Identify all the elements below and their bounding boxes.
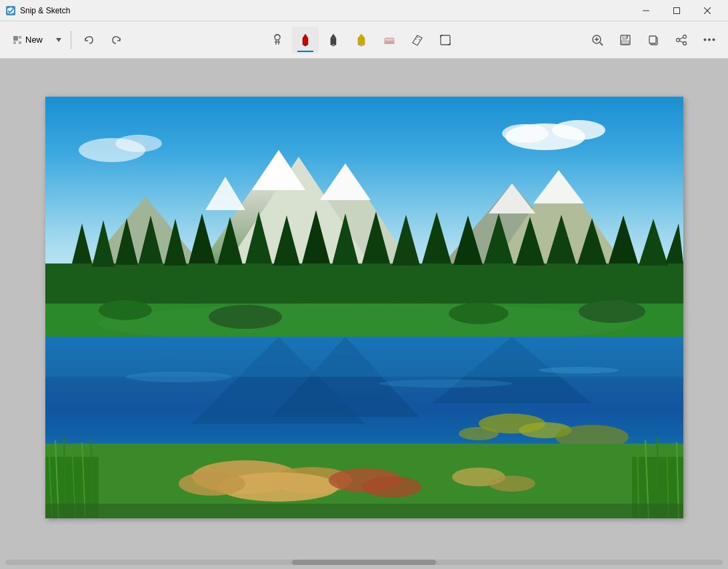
svg-rect-18: [359, 38, 364, 39]
svg-point-50: [552, 120, 605, 140]
svg-rect-7: [13, 41, 16, 44]
window-controls: [631, 0, 723, 21]
toolbar-right: [584, 27, 723, 53]
svg-rect-35: [623, 35, 627, 39]
zoom-icon: [591, 34, 603, 46]
svg-rect-20: [385, 41, 394, 43]
scrollbar-thumb[interactable]: [292, 560, 435, 565]
svg-rect-5: [13, 36, 18, 41]
zoom-button[interactable]: [584, 27, 611, 53]
svg-rect-1: [643, 10, 649, 11]
svg-point-110: [179, 472, 245, 496]
svg-rect-25: [441, 35, 450, 45]
svg-point-93: [579, 300, 645, 323]
copy-button[interactable]: [640, 27, 667, 53]
svg-point-101: [539, 367, 619, 374]
ballpoint-pen-button[interactable]: [292, 27, 319, 53]
svg-rect-2: [674, 7, 680, 13]
svg-rect-128: [45, 504, 683, 518]
drawing-tools: [139, 27, 583, 53]
svg-line-31: [600, 43, 603, 45]
svg-point-114: [489, 476, 535, 492]
svg-point-53: [115, 135, 162, 152]
app-icon: [5, 5, 16, 16]
close-button[interactable]: [692, 0, 723, 21]
app-title: Snip & Sketch: [20, 6, 631, 15]
pen-icon: [299, 33, 312, 47]
svg-point-46: [708, 39, 711, 41]
svg-rect-12: [303, 37, 307, 39]
svg-point-100: [379, 380, 512, 388]
svg-point-91: [209, 305, 282, 329]
scrollbar-container: [0, 556, 728, 569]
pencil-icon: [327, 33, 340, 47]
touch-writing-icon: [271, 33, 284, 47]
scrollbar-track[interactable]: [5, 560, 723, 565]
svg-line-44: [679, 41, 683, 43]
svg-rect-6: [19, 36, 21, 39]
toolbar: New: [0, 21, 728, 59]
svg-rect-36: [621, 41, 629, 44]
svg-point-45: [704, 39, 707, 41]
new-icon: [12, 35, 23, 45]
highlighter-button[interactable]: [348, 27, 375, 53]
crop-button[interactable]: [432, 27, 459, 53]
svg-point-41: [683, 41, 687, 45]
svg-rect-39: [649, 36, 656, 43]
share-button[interactable]: [668, 27, 695, 53]
ruler-icon: [411, 33, 424, 47]
highlighter-icon: [355, 33, 368, 47]
chevron-down-icon: [56, 38, 61, 42]
svg-point-92: [449, 303, 509, 324]
svg-point-90: [99, 300, 152, 320]
save-button[interactable]: [612, 27, 639, 53]
svg-line-24: [419, 39, 420, 40]
svg-line-43: [679, 37, 683, 39]
undo-icon: [83, 35, 94, 45]
undo-button[interactable]: [75, 27, 102, 53]
copy-icon: [647, 34, 659, 46]
svg-point-47: [713, 39, 715, 41]
svg-line-23: [417, 37, 418, 37]
svg-point-99: [125, 372, 232, 382]
new-label: New: [25, 35, 43, 45]
maximize-button[interactable]: [661, 0, 692, 21]
more-icon: [703, 38, 715, 41]
new-dropdown-button[interactable]: [51, 27, 67, 53]
svg-point-105: [459, 427, 499, 440]
redo-button[interactable]: [103, 27, 130, 53]
landscape-image: [45, 97, 683, 518]
image-container: [45, 97, 683, 518]
save-icon: [619, 34, 631, 46]
touch-writing-button[interactable]: [264, 27, 291, 53]
redo-icon: [111, 35, 122, 45]
svg-point-51: [502, 124, 549, 143]
new-button[interactable]: New: [5, 31, 49, 49]
crop-icon: [439, 33, 452, 47]
svg-point-42: [677, 38, 680, 41]
title-bar: Snip & Sketch: [0, 0, 728, 21]
minimize-button[interactable]: [631, 0, 661, 21]
svg-line-22: [415, 39, 417, 39]
eraser-button[interactable]: [376, 27, 403, 53]
svg-point-112: [362, 476, 422, 498]
share-icon: [675, 34, 687, 46]
svg-rect-8: [19, 41, 21, 44]
more-button[interactable]: [696, 27, 723, 53]
ruler-button[interactable]: [404, 27, 431, 53]
toolbar-left: New: [5, 27, 130, 53]
svg-rect-37: [627, 36, 628, 39]
eraser-icon: [383, 33, 396, 47]
svg-point-40: [683, 35, 687, 38]
svg-rect-15: [331, 37, 335, 39]
separator-1: [71, 31, 71, 49]
canvas-area: [0, 59, 728, 556]
pencil-button[interactable]: [320, 27, 347, 53]
